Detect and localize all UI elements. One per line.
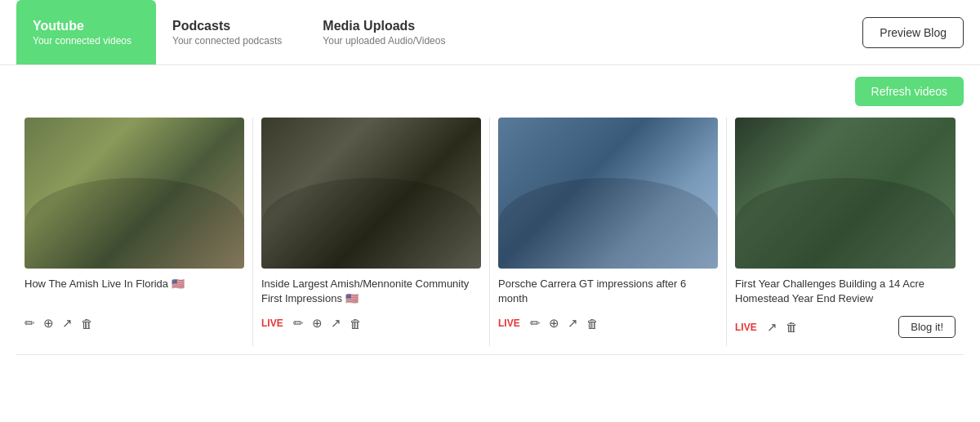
edit-icon-1[interactable]: ✏ (24, 316, 35, 331)
tab-media-uploads-subtitle: Your uploaded Audio/Videos (323, 35, 445, 47)
link-icon-3[interactable]: ↗ (568, 316, 578, 331)
video-thumbnail-2[interactable] (261, 118, 481, 269)
live-badge-3: LIVE (498, 318, 520, 329)
bottom-divider (16, 354, 964, 355)
delete-icon-4[interactable]: 🗑 (786, 320, 798, 334)
video-title-2: Inside Largest Amish/Mennonite Community… (261, 277, 481, 309)
tab-youtube-subtitle: Your connected videos (33, 35, 131, 47)
live-badge-4: LIVE (735, 322, 757, 333)
refresh-bar: Refresh videos (0, 65, 980, 118)
edit-icon-3[interactable]: ✏ (530, 316, 541, 331)
video-thumbnail-4[interactable] (735, 118, 956, 269)
blog-it-button[interactable]: Blog it! (898, 316, 956, 338)
video-card-2: Inside Largest Amish/Mennonite Community… (253, 118, 490, 346)
tab-podcasts[interactable]: Podcasts Your connected podcasts (156, 0, 306, 64)
video-actions-3: LIVE ✏ ⊕ ↗ 🗑 (498, 316, 718, 331)
tab-bar: Youtube Your connected videos Podcasts Y… (0, 0, 980, 65)
tab-podcasts-title: Podcasts (172, 19, 282, 33)
zoom-icon-1[interactable]: ⊕ (43, 316, 54, 331)
video-card-4: First Year Challenges Building a 14 Acre… (727, 118, 964, 346)
video-title-1: How The Amish Live In Florida 🇺🇸 (24, 277, 244, 309)
video-actions-1: ✏ ⊕ ↗ 🗑 (24, 316, 244, 331)
video-grid: How The Amish Live In Florida 🇺🇸 ✏ ⊕ ↗ 🗑… (0, 118, 980, 346)
live-badge-2: LIVE (261, 318, 283, 329)
edit-icon-2[interactable]: ✏ (293, 316, 304, 331)
link-icon-1[interactable]: ↗ (62, 316, 73, 331)
preview-blog-button[interactable]: Preview Blog (862, 17, 964, 48)
video-thumbnail-3[interactable] (498, 118, 718, 269)
tab-media-uploads[interactable]: Media Uploads Your uploaded Audio/Videos (306, 0, 470, 64)
delete-icon-1[interactable]: 🗑 (81, 317, 93, 331)
delete-icon-2[interactable]: 🗑 (350, 317, 362, 331)
video-card-1: How The Amish Live In Florida 🇺🇸 ✏ ⊕ ↗ 🗑 (16, 118, 253, 346)
link-icon-4[interactable]: ↗ (767, 320, 777, 335)
tab-media-uploads-title: Media Uploads (323, 19, 445, 33)
tab-youtube-title: Youtube (33, 19, 131, 33)
refresh-videos-button[interactable]: Refresh videos (855, 77, 964, 106)
tab-youtube[interactable]: Youtube Your connected videos (16, 0, 156, 64)
video-card-3: Porsche Carrera GT impressions after 6 m… (490, 118, 727, 346)
video-title-3: Porsche Carrera GT impressions after 6 m… (498, 277, 718, 309)
tab-podcasts-subtitle: Your connected podcasts (172, 35, 282, 47)
delete-icon-3[interactable]: 🗑 (586, 317, 599, 331)
video-title-4: First Year Challenges Building a 14 Acre… (735, 277, 956, 309)
header-actions: Preview Blog (862, 0, 964, 64)
video-actions-4: LIVE ↗ 🗑 Blog it! (735, 316, 956, 338)
video-thumbnail-1[interactable] (24, 118, 244, 269)
link-icon-2[interactable]: ↗ (331, 316, 341, 331)
zoom-icon-3[interactable]: ⊕ (549, 316, 559, 331)
zoom-icon-2[interactable]: ⊕ (312, 316, 323, 331)
video-actions-2: LIVE ✏ ⊕ ↗ 🗑 (261, 316, 481, 331)
